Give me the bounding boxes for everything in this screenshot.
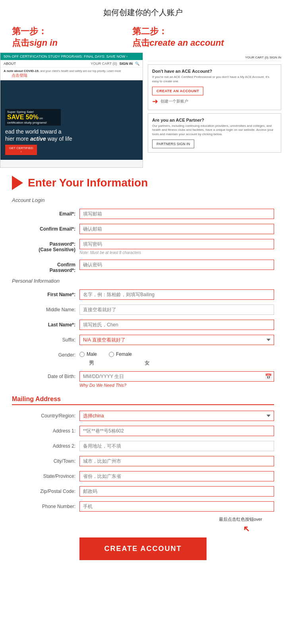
address1-field[interactable] [79,426,274,436]
top-promo-bar: 50% OFF CERTIFICATION STUDY PROGRAMS: FI… [0,53,143,60]
gender-male-radio[interactable] [79,352,85,357]
gender-male-label: Male [87,351,97,357]
gender-male-zh: 男 [79,359,103,367]
bottom-annotation: 最后点击红色按钮over [219,516,266,522]
phone-field[interactable] [79,501,274,512]
state-field[interactable] [79,471,274,481]
email-label: Email*: [12,209,75,217]
middle-name-field[interactable] [79,305,274,315]
first-name-row: First Name*: [12,289,274,300]
ace-account-desc: If you're not an ACE Certified Professio… [152,75,277,83]
first-name-label: First Name*: [12,289,75,297]
section-title: Enter Your Information [28,177,148,189]
right-arrow-icon: ➜ [152,97,158,106]
nav-about: ABOUT [4,62,16,66]
dob-label: Date of Birth: [12,371,75,379]
click-login-annotation: 点击登陆 [12,73,27,78]
dob-row: Date of Birth: 📅 Why Do We Need This? [12,371,274,388]
zip-field[interactable] [79,486,274,497]
search-icon[interactable]: 🔍 [135,62,139,66]
step2-label: 第二步： 点击create an account [132,26,274,48]
enter-info-section: Enter Your Information Account Login Ema… [0,168,286,580]
create-account-annotation: ➜ 创建一个新账户 [152,97,277,106]
account-login-label: Account Login [12,197,274,203]
partners-sign-in-button[interactable]: PARTNERS SIGN IN [152,140,194,148]
middle-name-label: Middle Name: [12,305,75,312]
confirm-email-field[interactable] [79,224,274,234]
password-label: Password*: (Case Sensitive) [12,239,75,252]
password-row: Password*: (Case Sensitive) Note: Must b… [12,239,274,255]
mailing-address-title: Mailing Address [12,396,274,405]
address2-row: Address 2: [12,441,274,451]
ace-account-title: Don't have an ACE Account? [152,69,277,74]
ace-partner-box: Are you an ACE Partner? Our partners, in… [148,113,281,153]
gender-female-label: Female [116,351,132,357]
gender-label: Gender: [12,350,75,358]
get-certified-button[interactable]: GET CERTIFIED › [5,145,37,155]
step1-label: 第一步： 点击sign in [12,26,128,48]
city-row: City/Town: [12,456,274,466]
country-row: Country/Region: 选择china [12,411,274,421]
gender-female-radio[interactable] [109,352,114,357]
city-label: City/Town: [12,456,75,464]
address2-label: Address 2: [12,441,75,449]
partner-title: Are you an ACE Partner? [152,118,277,122]
confirm-password-label: Confirm Password*: [12,260,75,273]
last-name-field[interactable] [79,320,274,330]
calendar-icon: 📅 [265,373,272,380]
sale-badge: Super Spring Sale! SAVE 50% on certifica… [5,109,61,126]
phone-label: Phone Number: [12,501,75,509]
ace-account-box: Don't have an ACE Account? If you're not… [148,64,281,110]
section-header: Enter Your Information [12,176,274,190]
first-name-field[interactable] [79,289,274,300]
zip-row: Zip/Postal Code: [12,486,274,497]
create-account-button[interactable]: CREATE AN ACCOUNT [152,87,203,95]
suffix-row: Suffix: N/A 直接空着就好了 [12,335,274,345]
covid-banner: A note about COVID-19. and your client's… [0,68,143,80]
state-row: State/Province: [12,471,274,481]
hero-section: Super Spring Sale! SAVE 50% on certifica… [0,80,143,160]
right-screenshot-panel: YOUR CART (0) SIGN IN Don't have an ACE … [143,52,286,168]
nav-bar: ABOUT YOUR CART (0) SIGN IN 🔍 [0,60,143,68]
state-label: State/Province: [12,471,75,479]
phone-row: Phone Number: [12,501,274,512]
triangle-icon [12,176,23,190]
suffix-select[interactable]: N/A 直接空着就好了 [79,335,274,345]
middle-name-row: Middle Name: [12,305,274,315]
confirm-email-label: Confirm Email*: [12,224,75,232]
partner-desc: Our partners, including continuing educa… [152,124,277,136]
arrow-down-icon: ➜ [240,523,253,535]
city-field[interactable] [79,456,274,466]
personal-info-label: Personal Information [12,278,274,284]
last-name-label: Last Name*: [12,320,75,328]
address2-field[interactable] [79,441,274,451]
why-text[interactable]: Why Do We Need This? [79,383,274,388]
suffix-label: Suffix: [12,335,75,343]
country-label: Country/Region: [12,411,75,419]
password-note: Note: Must be at least 8 characters [79,250,274,255]
password-field[interactable] [79,239,274,249]
gender-row: Gender: Male Female 男 女 [12,350,274,367]
page-title: 如何创建你的个人账户 [0,0,286,22]
gender-female-zh: 女 [135,359,159,367]
confirm-password-row: Confirm Password*: [12,260,274,273]
nav-cart: YOUR CART (0) [91,62,117,66]
confirm-password-field[interactable] [79,260,274,270]
address1-row: Address 1: [12,426,274,436]
sign-in-nav-button[interactable]: SIGN IN [119,62,133,66]
country-select[interactable]: 选择china [79,411,274,421]
right-top-nav: YOUR CART (0) SIGN IN [148,56,281,61]
confirm-email-row: Confirm Email*: [12,224,274,234]
create-account-submit-button[interactable]: CREATE ACCOUNT [79,537,207,560]
dob-field[interactable] [79,371,274,382]
email-field[interactable] [79,209,274,219]
left-screenshot-panel: 50% OFF CERTIFICATION STUDY PROGRAMS: FI… [0,52,143,168]
gender-female-option[interactable]: Female [109,351,132,357]
gender-male-option[interactable]: Male [79,351,97,357]
zip-label: Zip/Postal Code: [12,486,75,494]
email-row: Email*: [12,209,274,219]
last-name-row: Last Name*: [12,320,274,330]
address1-label: Address 1: [12,426,75,434]
hero-text: ead the world toward a hier more active … [5,128,138,142]
